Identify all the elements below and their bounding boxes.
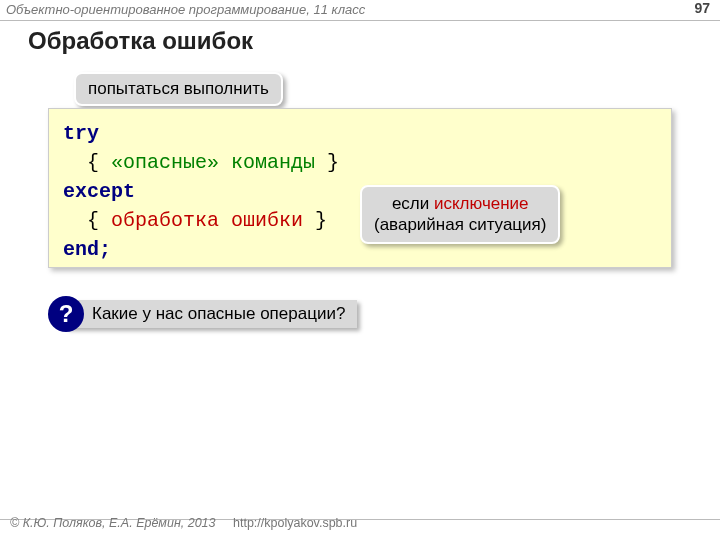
code-handler: обработка ошибки xyxy=(111,209,303,232)
code-dangerous: «опасные» команды xyxy=(111,151,315,174)
footer-text: © К.Ю. Поляков, Е.А. Ерёмин, 2013 http:/… xyxy=(10,516,357,530)
keyword-end: end; xyxy=(63,238,111,261)
code-indent2: { xyxy=(63,209,111,232)
course-title: Объектно-ориентированное программировани… xyxy=(6,2,365,17)
callout-try: попытаться выполнить xyxy=(74,72,283,106)
page-number: 97 xyxy=(694,0,710,16)
footer-copyright: © К.Ю. Поляков, Е.А. Ерёмин, 2013 xyxy=(10,516,216,530)
callout-exception: если исключение (аварийная ситуация) xyxy=(360,185,560,244)
code-block: try { «опасные» команды } except { обраб… xyxy=(48,108,672,268)
callout-line2: (аварийная ситуация) xyxy=(374,215,546,234)
slide-title: Обработка ошибок xyxy=(28,27,253,55)
callout-exception-word: исключение xyxy=(434,194,529,213)
code-close2: } xyxy=(303,209,327,232)
code-indent: { xyxy=(63,151,111,174)
keyword-try: try xyxy=(63,122,99,145)
header-bar: Объектно-ориентированное программировани… xyxy=(0,0,720,20)
keyword-except: except xyxy=(63,180,135,203)
callout-line1-pre: если xyxy=(392,194,434,213)
slide: Объектно-ориентированное программировани… xyxy=(0,0,720,540)
footer-link: http://kpolyakov.spb.ru xyxy=(233,516,357,530)
question-text: Какие у нас опасные операции? xyxy=(66,300,357,328)
code-close: } xyxy=(315,151,339,174)
header-rule xyxy=(0,20,720,21)
question-mark-icon: ? xyxy=(48,296,84,332)
